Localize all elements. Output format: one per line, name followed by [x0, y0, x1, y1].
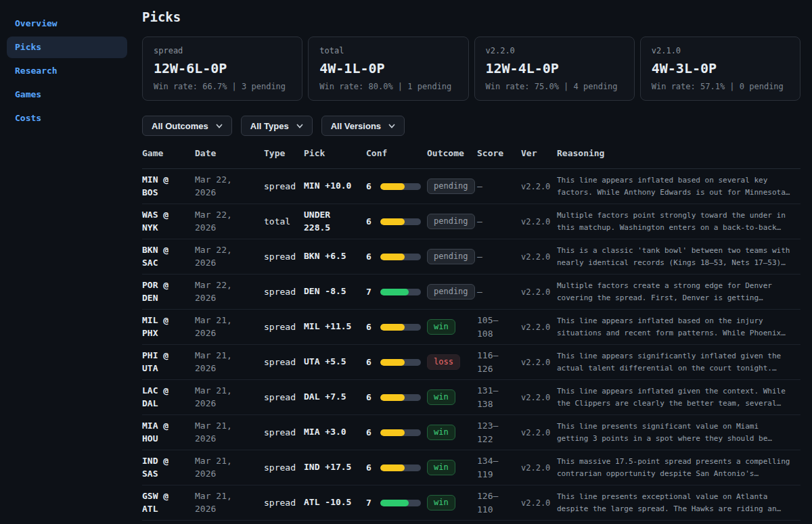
pick-cell: MIN +10.0 — [304, 180, 366, 193]
confidence-bar — [380, 289, 421, 295]
score-cell: – — [477, 250, 521, 264]
date-cell: Mar 21, 2026 — [195, 314, 264, 340]
stat-card-record: 12W-6L-0P — [154, 60, 291, 76]
confidence-cell: 6 — [366, 392, 427, 402]
outcome-cell: win — [427, 389, 477, 405]
reasoning-cell: This line appears inflated given the con… — [557, 385, 792, 409]
confidence-cell: 7 — [366, 498, 427, 508]
version-cell: v2.2.0 — [521, 182, 557, 191]
sidebar-item-costs[interactable]: Costs — [7, 108, 127, 129]
pick-cell: DAL +7.5 — [304, 391, 366, 404]
versions-filter-dropdown[interactable]: All Versions — [321, 116, 405, 136]
table-row[interactable]: LAC @ DAL Mar 21, 2026 spread DAL +7.5 6… — [142, 380, 800, 415]
score-cell: 134– 119 — [477, 454, 521, 481]
type-cell: spread — [264, 357, 304, 367]
pick-cell: UNDER 228.5 — [304, 209, 366, 235]
date-cell: Mar 21, 2026 — [195, 490, 264, 516]
column-header-pick: Pick — [304, 147, 366, 158]
table-row[interactable]: WAS @ NYK Mar 22, 2026 total UNDER 228.5… — [142, 204, 800, 239]
version-cell: v2.2.0 — [521, 217, 557, 227]
outcome-badge: win — [427, 460, 455, 475]
table-row[interactable]: MIA @ HOU Mar 21, 2026 spread MIA +3.0 6… — [142, 415, 800, 450]
outcome-badge: win — [427, 495, 455, 510]
outcome-badge: pending — [427, 214, 475, 229]
stat-cards: spread 12W-6L-0P Win rate: 66.7% | 3 pen… — [142, 37, 800, 101]
type-cell: total — [264, 216, 304, 227]
confidence-cell: 6 — [366, 181, 427, 191]
version-cell: v2.2.0 — [521, 463, 557, 473]
pick-cell: DEN -8.5 — [304, 285, 366, 298]
chevron-down-icon — [216, 124, 223, 128]
stat-card-detail: Win rate: 75.0% | 4 pending — [486, 82, 623, 91]
picks-table: Game Date Type Pick Conf Outcome Score V… — [142, 147, 800, 521]
confidence-cell: 6 — [366, 322, 427, 332]
column-header-type: Type — [264, 147, 304, 158]
date-cell: Mar 22, 2026 — [195, 174, 264, 199]
table-row[interactable]: MIN @ BOS Mar 22, 2026 spread MIN +10.0 … — [142, 169, 800, 204]
table-row[interactable]: POR @ DEN Mar 22, 2026 spread DEN -8.5 7… — [142, 275, 800, 310]
outcome-cell: win — [427, 460, 477, 475]
pick-cell: BKN +6.5 — [304, 250, 366, 263]
game-cell: MIA @ HOU — [142, 420, 195, 446]
reasoning-cell: Multiple factors create a strong edge fo… — [557, 280, 792, 304]
confidence-cell: 6 — [366, 216, 427, 227]
app-window: Overview Picks Research Games Costs Pick… — [0, 0, 812, 524]
outcome-cell: pending — [427, 178, 477, 194]
reasoning-cell: This is a classic 'tank bowl' between tw… — [557, 245, 792, 268]
table-row[interactable]: IND @ SAS Mar 21, 2026 spread IND +17.5 … — [142, 450, 800, 485]
game-cell: PHI @ UTA — [142, 350, 195, 375]
type-cell: spread — [264, 462, 304, 473]
column-header-reasoning: Reasoning — [557, 147, 800, 158]
table-row[interactable]: PHI @ UTA Mar 21, 2026 spread UTA +5.5 6… — [142, 345, 800, 380]
date-cell: Mar 21, 2026 — [195, 420, 264, 446]
confidence-value: 7 — [366, 498, 380, 508]
version-cell: v2.2.0 — [521, 428, 557, 437]
filter-bar: All Outcomes All Types All Versions — [142, 116, 800, 136]
sidebar-item-overview[interactable]: Overview — [7, 13, 127, 34]
column-header-score: Score — [477, 147, 521, 158]
score-cell: – — [477, 215, 521, 229]
outcome-badge: loss — [427, 354, 460, 370]
confidence-value: 6 — [366, 181, 380, 191]
outcome-badge: win — [427, 319, 455, 335]
outcome-badge: pending — [427, 178, 475, 194]
type-cell: spread — [264, 181, 304, 191]
game-cell: POR @ DEN — [142, 279, 195, 305]
outcome-cell: win — [427, 319, 477, 335]
table-row[interactable]: GSW @ ATL Mar 21, 2026 spread ATL -10.5 … — [142, 485, 800, 521]
pick-cell: UTA +5.5 — [304, 356, 366, 368]
sidebar-item-games[interactable]: Games — [7, 84, 127, 105]
date-cell: Mar 21, 2026 — [195, 385, 264, 410]
stat-card-v2-2-0: v2.2.0 12W-4L-0P Win rate: 75.0% | 4 pen… — [474, 37, 635, 101]
confidence-bar — [380, 429, 421, 436]
chevron-down-icon — [296, 124, 303, 128]
reasoning-cell: This line presents significant value on … — [557, 421, 792, 444]
outcome-badge: pending — [427, 249, 475, 264]
types-filter-dropdown[interactable]: All Types — [241, 116, 313, 136]
pick-cell: MIA +3.0 — [304, 426, 366, 439]
stat-card-spread: spread 12W-6L-0P Win rate: 66.7% | 3 pen… — [142, 37, 302, 101]
score-cell: 105– 108 — [477, 314, 521, 340]
stat-card-label: spread — [154, 46, 291, 55]
confidence-value: 6 — [366, 216, 380, 227]
table-row[interactable]: MIL @ PHX Mar 21, 2026 spread MIL +11.5 … — [142, 310, 800, 345]
date-cell: Mar 22, 2026 — [195, 279, 264, 305]
pick-cell: ATL -10.5 — [304, 496, 366, 509]
confidence-bar — [380, 183, 421, 190]
stat-card-record: 4W-3L-0P — [652, 60, 789, 76]
stat-card-label: v2.2.0 — [486, 46, 623, 55]
outcomes-filter-dropdown[interactable]: All Outcomes — [142, 116, 232, 136]
version-cell: v2.2.0 — [521, 498, 557, 508]
sidebar-item-picks[interactable]: Picks — [7, 37, 127, 58]
confidence-bar — [380, 254, 421, 260]
type-cell: spread — [264, 252, 304, 262]
date-cell: Mar 21, 2026 — [195, 350, 264, 375]
table-row[interactable]: BKN @ SAC Mar 22, 2026 spread BKN +6.5 6… — [142, 239, 800, 275]
stat-card-v2-1-0: v2.1.0 4W-3L-0P Win rate: 57.1% | 0 pend… — [640, 37, 800, 101]
type-cell: spread — [264, 498, 304, 508]
sidebar-item-research[interactable]: Research — [7, 60, 127, 82]
confidence-cell: 6 — [366, 357, 427, 367]
date-cell: Mar 21, 2026 — [195, 455, 264, 481]
outcome-badge: pending — [427, 284, 475, 300]
version-cell: v2.2.0 — [521, 358, 557, 367]
